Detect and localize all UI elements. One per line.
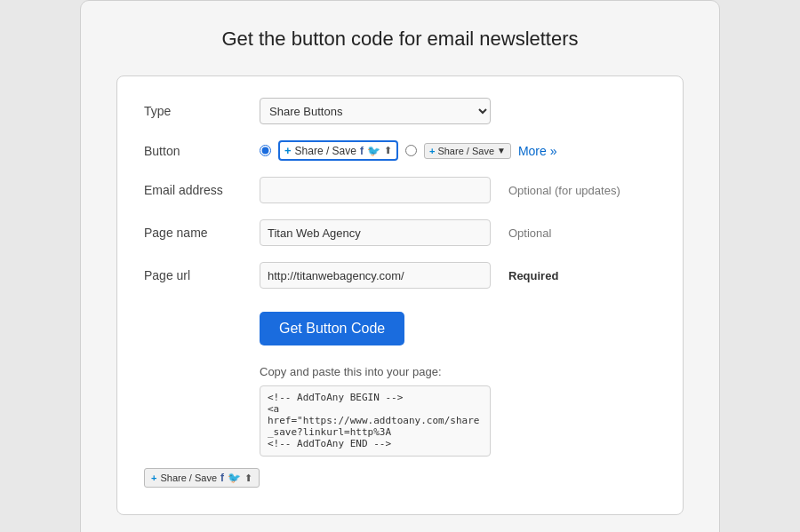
preview-share-button: + Share / Save f 🐦 ⬆ [144, 468, 260, 488]
email-control: Optional (for updates) [260, 177, 656, 203]
button-preview-selected: + Share / Save f 🐦 ⬆ [278, 140, 398, 161]
button-label: Button [144, 144, 260, 158]
button-row: Button + Share / Save f 🐦 ⬆ + Share / Sa… [144, 140, 656, 161]
page-name-hint: Optional [508, 226, 551, 240]
type-label: Type [144, 104, 260, 118]
preview-share-text: Share / Save [160, 472, 217, 483]
email-hint: Optional (for updates) [508, 184, 620, 197]
page-url-label: Page url [144, 268, 260, 282]
more-link[interactable]: More » [518, 144, 557, 158]
share-save-label-1: Share / Save [295, 145, 356, 157]
preview-plus-icon: + [151, 472, 156, 483]
type-row: Type Share Buttons Follow Buttons Websit… [144, 98, 656, 124]
email-label: Email address [144, 183, 260, 197]
get-code-row: Get Button Code [144, 305, 656, 361]
plus-icon-2: + [429, 146, 435, 156]
copy-code-content: Copy and paste this into your page: <!--… [260, 365, 656, 459]
outer-panel: Get the button code for email newsletter… [80, 0, 720, 532]
page-name-control: Optional [260, 219, 656, 246]
share-save-label-2: Share / Save [437, 146, 494, 156]
email-row: Email address Optional (for updates) [144, 177, 656, 203]
chevron-down-icon: ▼ [497, 146, 506, 155]
page-url-hint: Required [508, 269, 558, 282]
btn-area-content: Get Button Code [260, 305, 656, 361]
type-control: Share Buttons Follow Buttons Website [260, 98, 656, 124]
code-textarea[interactable]: <!-- AddToAny BEGIN --> <a href="https:/… [260, 385, 491, 457]
inner-panel: Type Share Buttons Follow Buttons Websit… [116, 75, 684, 515]
button-radio-1[interactable] [260, 145, 271, 156]
preview-share-arrow: ⬆ [244, 472, 252, 484]
preview-tw-icon: 🐦 [228, 472, 241, 484]
page-name-label: Page name [144, 226, 260, 240]
share-arrow-1: ⬆ [384, 145, 392, 156]
preview-fb-icon: f [220, 472, 224, 484]
page-name-row: Page name Optional [144, 219, 656, 246]
page-url-control: Required [260, 262, 656, 289]
button-options: + Share / Save f 🐦 ⬆ + Share / Save ▼ Mo… [260, 140, 656, 161]
addtoany-plus-icon: + [284, 144, 292, 157]
bottom-preview-row: + Share / Save f 🐦 ⬆ [144, 468, 656, 488]
type-select[interactable]: Share Buttons Follow Buttons Website [260, 98, 491, 124]
page-name-input[interactable] [260, 219, 491, 246]
copy-label: Copy and paste this into your page: [260, 365, 656, 378]
page-title: Get the button code for email newsletter… [116, 28, 684, 51]
fb-icon-1: f [360, 145, 364, 157]
page-url-row: Page url Required [144, 262, 656, 289]
copy-code-row: Copy and paste this into your page: <!--… [144, 365, 656, 459]
page-url-input[interactable] [260, 262, 491, 289]
email-input[interactable] [260, 177, 491, 203]
button-preview-2: + Share / Save ▼ [424, 143, 511, 159]
tw-icon-1: 🐦 [367, 145, 380, 157]
get-code-button[interactable]: Get Button Code [260, 312, 404, 345]
button-radio-2[interactable] [405, 145, 417, 156]
